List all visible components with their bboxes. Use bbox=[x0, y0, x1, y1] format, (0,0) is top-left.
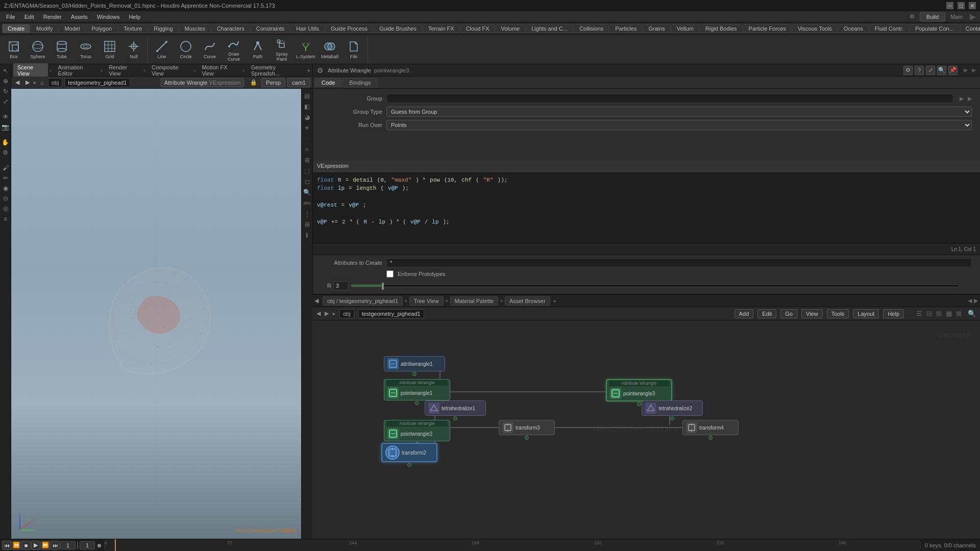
node-tab-material-palette[interactable]: Material Palette bbox=[450, 296, 498, 306]
shelf-tab-fluidcontr[interactable]: Fluid Contr. bbox=[869, 24, 909, 33]
node-tetrahedralize1[interactable]: tetrahedralize1 bbox=[425, 400, 486, 420]
brush-tool[interactable]: ◉ bbox=[1, 184, 10, 193]
main-tab[interactable]: Main bbox=[946, 14, 967, 20]
vp-side-guide[interactable]: ⌗ bbox=[302, 144, 312, 155]
shelf-tab-populatecon[interactable]: Populate Con... bbox=[910, 24, 960, 33]
expand-chevron[interactable]: ▶ bbox=[964, 67, 968, 73]
vp-side-render[interactable]: ◧ bbox=[302, 102, 312, 112]
menu-help[interactable]: Help bbox=[125, 13, 144, 21]
node-display-icon2[interactable]: ⊟ bbox=[926, 310, 932, 317]
shelf-tool-metaball[interactable]: Metaball bbox=[318, 37, 341, 62]
shelf-tab-constraints[interactable]: Constraints bbox=[251, 24, 290, 33]
shelf-tab-muscles[interactable]: Muscles bbox=[179, 24, 211, 33]
tab-motion-fx[interactable]: Motion FX View bbox=[198, 63, 240, 78]
node-panel-pin[interactable]: ◀ bbox=[314, 297, 318, 304]
search-panel-icon[interactable]: 🔍 bbox=[937, 66, 946, 75]
run-over-select[interactable]: Points Vertices Primitives Detail (only … bbox=[386, 120, 972, 130]
group-type-select[interactable]: Guess from Group Points Vertices Edges P… bbox=[386, 107, 972, 117]
vp-home-button[interactable]: ⌂ bbox=[38, 79, 46, 87]
shelf-tab-particleforces[interactable]: Particle Forces bbox=[743, 24, 792, 33]
step-back-button[interactable]: ⏪ bbox=[12, 541, 21, 550]
shelf-tool-drawcurve[interactable]: Draw Curve bbox=[222, 37, 246, 62]
r-value-input[interactable] bbox=[333, 281, 349, 290]
vp-side-shading[interactable]: ◕ bbox=[302, 112, 312, 122]
node-path-obj[interactable]: obj bbox=[339, 309, 354, 318]
shelf-tool-box[interactable]: Box bbox=[2, 37, 26, 62]
view-tool[interactable]: 👁 bbox=[1, 112, 10, 121]
vp-side-abc[interactable]: abc bbox=[302, 198, 312, 208]
node-tab-obj[interactable]: obj / testgeometry_pighead1 bbox=[323, 296, 403, 306]
tab-animation-editor[interactable]: Animation Editor bbox=[54, 63, 99, 78]
shelf-tool-torus[interactable]: Torus bbox=[74, 37, 97, 62]
shelf-tab-rigging[interactable]: Rigging bbox=[148, 24, 178, 33]
shelf-tab-rigidbodies[interactable]: Rigid Bodies bbox=[700, 24, 743, 33]
node-attribwrangle1[interactable]: attribwrangle1 bbox=[384, 356, 445, 376]
code-tab-code[interactable]: Code bbox=[315, 78, 341, 87]
btn-view[interactable]: View bbox=[801, 309, 823, 318]
maximize-button[interactable]: □ bbox=[958, 2, 965, 9]
shelf-tool-lsystem[interactable]: L-System bbox=[294, 37, 317, 62]
shelf-tab-grains[interactable]: Grains bbox=[643, 24, 670, 33]
shelf-tab-oceans[interactable]: Oceans bbox=[838, 24, 869, 33]
vp-side-misc[interactable]: ⋮ bbox=[302, 209, 312, 219]
btn-edit[interactable]: Edit bbox=[757, 309, 776, 318]
node-expand-icon[interactable]: ▶ bbox=[974, 297, 978, 304]
node-graph-canvas[interactable]: Geometry Non-Commercial Edition bbox=[312, 320, 980, 539]
node-display-icon1[interactable]: ☰ bbox=[916, 310, 922, 317]
node-nav-back[interactable]: ◀ bbox=[316, 310, 321, 317]
comb-tool[interactable]: ≡ bbox=[1, 214, 10, 223]
menu-windows[interactable]: Windows bbox=[93, 13, 124, 21]
record-button[interactable]: ⏺ bbox=[96, 542, 102, 548]
help-icon[interactable]: ? bbox=[915, 66, 924, 75]
shelf-tool-grid[interactable]: Grid bbox=[98, 37, 121, 62]
node-display-icon4[interactable]: ▦ bbox=[946, 310, 952, 317]
go-end-button[interactable]: ⏭ bbox=[51, 541, 60, 550]
stop-button[interactable]: ■ bbox=[21, 541, 31, 550]
gear-settings-icon[interactable]: ⚙ bbox=[903, 66, 913, 75]
shelf-tab-characters[interactable]: Characters bbox=[211, 24, 250, 33]
expand-chevron2[interactable]: ▶ bbox=[972, 67, 976, 73]
shelf-tab-model[interactable]: Model bbox=[59, 24, 85, 33]
btn-help[interactable]: Help bbox=[883, 309, 904, 318]
frame-input[interactable] bbox=[60, 541, 76, 549]
close-button[interactable]: ✕ bbox=[969, 2, 976, 9]
btn-tools[interactable]: Tools bbox=[827, 309, 849, 318]
shelf-tool-path[interactable]: Path bbox=[246, 37, 270, 62]
transform-tool[interactable]: ⊕ bbox=[1, 77, 10, 86]
shelf-tool-null[interactable]: Null bbox=[122, 37, 145, 62]
node-tab-tree-view[interactable]: Tree View bbox=[409, 296, 444, 306]
btn-layout[interactable]: Layout bbox=[853, 309, 879, 318]
vp-path-obj[interactable]: obj bbox=[48, 78, 63, 87]
node-nav-forward[interactable]: ▶ bbox=[325, 310, 329, 317]
shelf-tool-sphere[interactable]: Sphere bbox=[26, 37, 50, 62]
group-expand-icon[interactable]: ▶ bbox=[960, 95, 964, 102]
btn-add[interactable]: Add bbox=[734, 309, 754, 318]
node-display-icon3[interactable]: ⊞ bbox=[936, 310, 942, 317]
menu-file[interactable]: File bbox=[2, 13, 19, 21]
vp-side-particles[interactable]: · bbox=[302, 134, 312, 144]
tab-scene-view[interactable]: Scene View bbox=[13, 63, 48, 78]
expand-icon[interactable]: ⤢ bbox=[926, 66, 935, 75]
step-forward-button[interactable]: ⏩ bbox=[41, 541, 50, 550]
vp-side-resize[interactable]: ⊞ bbox=[302, 219, 312, 230]
shelf-tab-create[interactable]: Create bbox=[2, 24, 30, 33]
node-tab-asset-browser[interactable]: Asset Browser bbox=[505, 296, 550, 306]
node-geom-name[interactable]: testgeometry_pighead1 bbox=[358, 309, 424, 318]
shelf-tab-texture[interactable]: Texture bbox=[118, 24, 148, 33]
node-display-icon5[interactable]: ⊠ bbox=[956, 310, 962, 317]
soft-tool[interactable]: ◎ bbox=[1, 204, 10, 213]
shelf-tool-file[interactable]: File bbox=[342, 37, 365, 62]
shelf-tab-particles[interactable]: Particles bbox=[609, 24, 642, 33]
vp-geom-name[interactable]: testgeometry_pighead1 bbox=[64, 78, 130, 87]
vp-back-button[interactable]: ◀ bbox=[13, 78, 21, 87]
sculpt-tool[interactable]: ✏ bbox=[1, 173, 10, 183]
tab-render-view[interactable]: Render View bbox=[105, 63, 141, 78]
shelf-tab-containertools[interactable]: Container Tools bbox=[960, 24, 980, 33]
vp-side-layout[interactable]: ⬚ bbox=[302, 166, 312, 176]
r-slider-track[interactable] bbox=[351, 284, 960, 287]
shelf-tab-guidebrushes[interactable]: Guide Brushes bbox=[374, 24, 422, 33]
paint-tool[interactable]: 🖌 bbox=[1, 163, 10, 172]
shelf-tab-terrainfx[interactable]: Terrain FX bbox=[423, 24, 460, 33]
shelf-tab-polygon[interactable]: Polygon bbox=[86, 24, 117, 33]
vp-side-lighting[interactable]: ☀ bbox=[302, 123, 312, 133]
